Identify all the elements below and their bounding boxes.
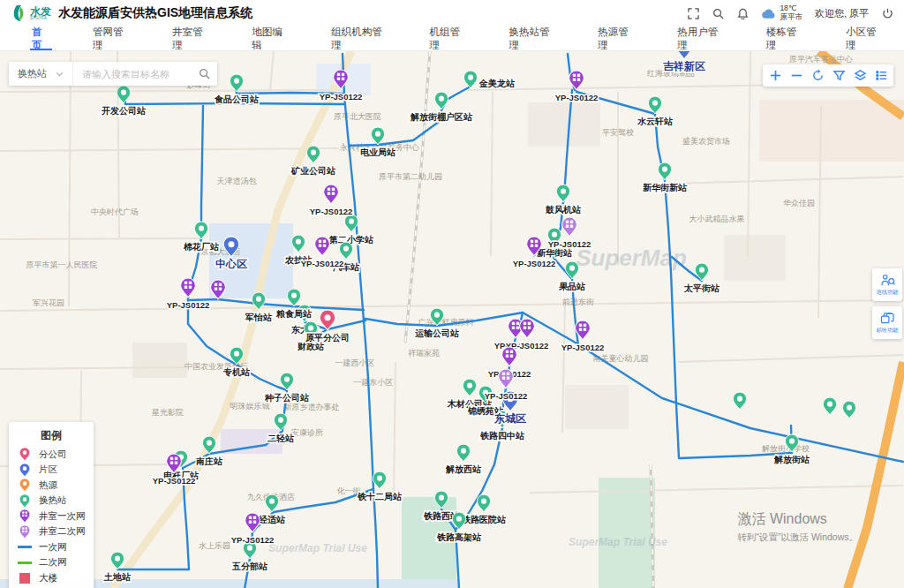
side-tool-plot[interactable]: 标绘功能 [872,306,902,339]
bell-icon[interactable] [736,7,749,19]
map-pin-label: 棉花厂站 [183,242,220,252]
legend-items: 分公司片区热源换热站井室一次网井室二次网一次网二次网大楼 [17,447,86,586]
legend-swatch-building [17,570,33,585]
legend-swatch-branch [17,447,33,462]
map-pin-label: 果品站 [558,282,586,291]
app-header: 水发 SHUIFA 水发能源盾安供热GIS地理信息系统 [0,0,904,26]
zoom-out-icon[interactable] [786,64,807,87]
reset-icon[interactable] [807,64,828,87]
map-block [132,343,187,378]
nav-tab-9[interactable]: 楼栋管理 [745,26,825,50]
nav-tab-4[interactable]: 组织机构管理 [310,26,408,50]
legend-item-branch: 分公司 [17,447,86,463]
map-pin-label: 铁十二局站 [357,492,403,501]
logo-icon [11,4,26,22]
map-pin-label: 五分部站 [231,562,268,571]
legend-swatch-line1 [17,539,33,554]
header-actions: 18℃ 原平市 欢迎您, 原平 [687,4,893,22]
chevron-down-icon [56,72,64,77]
legend-label: 分公司 [39,449,67,461]
map-bg-label: 祥瑞家苑 [408,349,440,358]
legend-item-building: 大楼 [17,570,86,586]
fullscreen-icon[interactable] [687,7,699,19]
pipeline-primary[interactable] [349,145,378,146]
map-bg-label: 平安驾校 [602,128,634,137]
nav-tab-2[interactable]: 井室管理 [151,26,230,50]
map-pin-label: 运输公司站 [415,328,460,338]
nav-tab-8[interactable]: 热用户管理 [656,26,745,50]
map-bg-label: 中央时代广场 [91,207,139,216]
side-tool-label: 标绘功能 [876,326,898,334]
map-pin-label: 食品公司站 [214,94,260,104]
search-type-select[interactable]: 换热站 [9,62,73,86]
map-pin-label: 土地站 [103,572,132,582]
nav-tab-6[interactable]: 换热站管理 [488,26,577,50]
legend-label: 热源 [39,479,57,492]
map-pin-label: 经适站 [258,515,286,524]
map-area: 原平市实验中学妙峰街原平北大医院原平市第二幼儿园天津道汤包永兴社区党群服务中心红… [0,51,904,588]
legend-item-source: 热源 [17,478,86,494]
map-pin-label: YP-JS0122 [561,343,605,352]
zoom-in-icon[interactable] [765,64,786,87]
side-tools: 巡线功能标绘功能 [872,268,902,339]
nav-tab-7[interactable]: 热源管理 [576,26,656,50]
legend-item-line2: 二次网 [17,555,86,571]
layers-icon[interactable] [849,64,870,87]
side-tool-patrol[interactable]: 巡线功能 [872,268,902,301]
map-block [565,385,629,429]
map-block [724,235,786,281]
legend-title: 图例 [17,428,86,443]
map-pin-label: YP-JS0122 [153,476,196,486]
logout-icon[interactable] [881,7,893,19]
legend-label: 一次网 [39,541,67,554]
logo-subtext: SHUIFA [30,17,51,21]
legend-item-well2: 井室二次网 [17,524,86,540]
logo-text: 水发 [30,6,51,17]
map-pin-label: 吉祥新区 [663,60,705,72]
map-pin-label: 解放西站 [445,464,482,474]
search-icon[interactable] [712,7,724,19]
map-street [0,238,200,239]
map-bg-label: 军兴花园 [33,298,64,307]
legend-item-line1: 一次网 [17,539,86,555]
legend-label: 井室二次网 [39,525,86,538]
nav-tab-5[interactable]: 机组管理 [408,26,487,50]
map-search-bar: 换热站 [9,62,217,86]
legend-swatch-line2 [17,555,33,570]
map-pin-label: 鼓风机站 [545,205,582,215]
nav-tab-3[interactable]: 地图编辑 [230,26,310,50]
map-pin-label: 新华街新站 [642,183,688,192]
map-bg-label: 解放街小学校 [762,444,810,453]
search-input[interactable] [80,68,199,80]
nav-tab-10[interactable]: 小区管理 [825,26,904,50]
supermap-watermark: SuperMap Trial Use [268,542,367,554]
windows-watermark-line1: 激活 Windows [737,510,858,529]
nav-tabs: 首页管网管理井室管理地图编辑组织机构管理机组管理换热站管理热源管理热用户管理楼栋… [0,26,904,51]
weather-widget: 18℃ 原平市 [761,4,802,22]
legend-label: 二次网 [39,556,67,569]
map-bg-label: 星光影院 [151,408,184,417]
map-bg-label: 天津道汤包 [217,177,257,185]
map-pin-label: YP-JS0122 [548,239,591,249]
windows-watermark: 激活 Windows 转到“设置”以激活 Windows。 [737,510,858,544]
map-bg-label: 安康诊所 [291,428,323,437]
welcome-text: 欢迎您, 原平 [815,7,869,20]
nav-tab-0[interactable]: 首页 [11,26,72,50]
map-bg-label: 原平汽车客运中心 [789,55,853,64]
map-pin-label: 矿业公司站 [290,166,336,176]
map-pin-label: 新华街站 [536,248,573,258]
map-bg-label: 一建西小区 [335,358,375,367]
nav-tab-1[interactable]: 管网管理 [72,26,151,50]
map-bg-label: 盛美农贸市场 [682,137,730,146]
map-block [759,100,904,162]
map-pin-label: 二轻站 [267,433,295,443]
page-title: 水发能源盾安供热GIS地理信息系统 [58,5,252,21]
legend-swatch-station [17,494,33,509]
map-bg-label: 华众佳园 [783,199,815,207]
map-canvas[interactable]: 原平市实验中学妙峰街原平北大医院原平市第二幼儿园天津道汤包永兴社区党群服务中心红… [0,51,904,588]
legend-list-icon[interactable] [870,64,892,87]
map-pin-label: YP-JS0122 [555,93,599,102]
filter-icon[interactable] [828,64,849,87]
search-submit-icon[interactable] [199,68,210,79]
cloud-icon [761,8,776,19]
